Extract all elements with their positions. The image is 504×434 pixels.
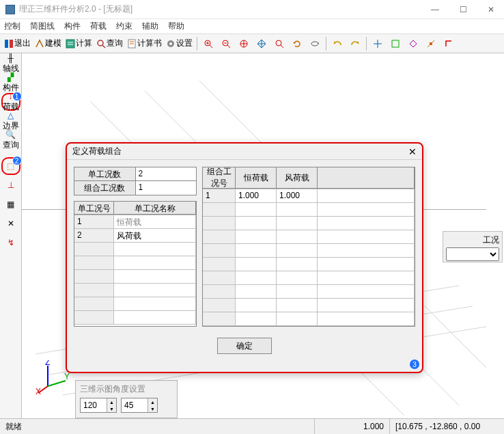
table-cell[interactable]: 2 <box>74 229 114 242</box>
menu-member[interactable]: 构件 <box>64 21 81 32</box>
snap-grid-icon[interactable] <box>387 36 404 51</box>
model-button[interactable]: 建模 <box>33 36 63 51</box>
status-coords: [10.675 , -12.860 , 0.00 <box>389 419 499 434</box>
snap-perp-icon[interactable] <box>440 36 457 51</box>
col-wind-load: 风荷载 <box>277 167 318 189</box>
cases-table[interactable]: 单工况号单工况名称 1恒荷载 2风荷载 <box>74 201 197 327</box>
svg-line-37 <box>48 381 66 386</box>
minimize-button[interactable]: — <box>427 5 443 14</box>
combo-case-count-value[interactable]: 1 <box>136 181 197 195</box>
single-case-count-label: 单工况数 <box>74 167 136 180</box>
combo-table[interactable]: 组合工况号 恒荷载 风荷载 11.0001.000 <box>202 167 415 327</box>
pan-icon[interactable] <box>253 36 270 51</box>
zoom-out-icon[interactable] <box>218 36 234 51</box>
dialog-title: 定义荷载组合 <box>72 146 122 157</box>
case-dropdown[interactable] <box>446 247 499 261</box>
boundary-tool[interactable]: △边界 <box>1 112 20 130</box>
calc-button[interactable]: 计算 <box>64 36 94 51</box>
maximize-button[interactable]: ☐ <box>456 5 471 14</box>
table-cell[interactable]: 风荷载 <box>114 229 196 242</box>
snap-point-icon[interactable] <box>369 36 386 51</box>
tool-7[interactable]: ⊥ <box>1 176 20 194</box>
step-badge-3: 3 <box>410 360 419 369</box>
table-cell[interactable]: 1 <box>203 189 236 202</box>
close-button[interactable]: ✕ <box>484 5 499 14</box>
query-tool[interactable]: 🔍查询 <box>1 131 20 149</box>
snap-mid-icon[interactable] <box>423 36 439 51</box>
member-tool[interactable]: ▞构件 <box>1 74 20 92</box>
menu-constraint[interactable]: 约束 <box>116 21 132 32</box>
table-cell[interactable]: 恒荷载 <box>114 215 196 228</box>
svg-text:Z: Z <box>45 360 50 367</box>
angle2-input[interactable] <box>122 398 148 412</box>
tool-10[interactable]: ↯ <box>1 234 20 252</box>
menu-bar: 控制 简图线 构件 荷载 约束 辅助 帮助 <box>0 19 504 34</box>
zoom-window-icon[interactable] <box>236 36 252 51</box>
table-cell[interactable]: 1.000 <box>277 189 318 202</box>
menu-control[interactable]: 控制 <box>4 21 20 32</box>
zoom-fit-icon[interactable] <box>271 36 288 51</box>
dialog-close-icon[interactable]: ✕ <box>408 146 417 157</box>
undo-icon[interactable] <box>329 36 346 51</box>
svg-text:Y: Y <box>64 372 70 381</box>
menu-help[interactable]: 帮助 <box>168 21 184 32</box>
exit-button[interactable]: 退出 <box>3 36 32 51</box>
svg-line-23 <box>281 45 283 48</box>
main-toolbar: 退出 建模 计算 查询 计算书 设置 <box>0 34 504 53</box>
col-case-no: 单工况号 <box>74 202 114 215</box>
ok-button[interactable]: 确定 <box>217 338 272 354</box>
tool-9[interactable]: ✕ <box>1 215 20 232</box>
svg-rect-0 <box>5 40 8 48</box>
single-case-count-value[interactable]: 2 <box>136 167 197 180</box>
svg-point-22 <box>276 40 281 46</box>
table-cell[interactable]: 1.000 <box>236 189 277 202</box>
query-button[interactable]: 查询 <box>95 36 124 51</box>
zoom-in-icon[interactable] <box>200 36 216 51</box>
svg-rect-27 <box>392 40 399 47</box>
tool-8[interactable]: ▦ <box>1 195 20 213</box>
app-icon <box>5 5 15 14</box>
view-angle-panel: 三维示图角度设置 ▲▼ ▲▼ <box>75 380 178 418</box>
angle-label: 三维示图角度设置 <box>80 383 173 395</box>
status-zoom: 1.000 <box>314 419 389 434</box>
load-tool[interactable]: ↓荷载1 <box>1 93 20 111</box>
angle2-stepper[interactable]: ▲▼ <box>121 398 158 413</box>
col-dead-load: 恒荷载 <box>236 167 277 189</box>
menu-load[interactable]: 荷载 <box>90 21 107 32</box>
case-selector-panel: 工况 <box>443 231 503 262</box>
combo-case-count-label: 组合工况数 <box>74 181 136 195</box>
load-combo-dialog: 定义荷载组合 ✕ 单工况数2 组合工况数1 单工况号单工况名称 1恒荷载 2风荷… <box>66 142 423 373</box>
svg-rect-1 <box>10 40 13 48</box>
angle1-stepper[interactable]: ▲▼ <box>80 398 117 413</box>
svg-line-6 <box>102 45 105 48</box>
col-case-name: 单工况名称 <box>114 202 196 215</box>
angle1-input[interactable] <box>81 398 107 412</box>
window-title: 理正三维杆件分析2.0 - [无标题] <box>19 3 427 15</box>
svg-point-11 <box>169 42 172 45</box>
status-ready: 就绪 <box>5 421 46 433</box>
table-cell[interactable]: 1 <box>74 215 114 228</box>
left-toolbar: ╫轴线 ▞构件 ↓荷载1 △边界 🔍查询 ⬚2 ⊥ ▦ ✕ ↯ <box>0 53 22 422</box>
axis-indicator: Z Y X <box>36 360 70 396</box>
svg-point-5 <box>98 40 103 46</box>
svg-point-24 <box>311 42 318 46</box>
tool-6[interactable]: ⬚2 <box>1 157 20 175</box>
redo-icon[interactable] <box>347 36 363 51</box>
case-label: 工况 <box>446 234 499 246</box>
refresh-icon[interactable] <box>289 36 305 51</box>
settings-button[interactable]: 设置 <box>165 36 194 51</box>
svg-line-18 <box>227 45 230 48</box>
rotate-icon[interactable] <box>307 36 323 51</box>
menu-sketch[interactable]: 简图线 <box>30 21 55 32</box>
col-combo-no: 组合工况号 <box>203 167 236 189</box>
svg-line-15 <box>210 45 212 48</box>
report-button[interactable]: 计算书 <box>126 36 163 51</box>
menu-assist[interactable]: 辅助 <box>142 21 158 32</box>
counts-table: 单工况数2 组合工况数1 <box>74 167 197 195</box>
status-bar: 就绪 1.000 [10.675 , -12.860 , 0.00 <box>0 418 504 434</box>
snap-end-icon[interactable] <box>405 36 421 51</box>
axis-tool[interactable]: ╫轴线 <box>1 55 20 72</box>
svg-rect-2 <box>66 40 74 48</box>
svg-text:X: X <box>36 387 41 394</box>
svg-rect-29 <box>430 42 432 45</box>
